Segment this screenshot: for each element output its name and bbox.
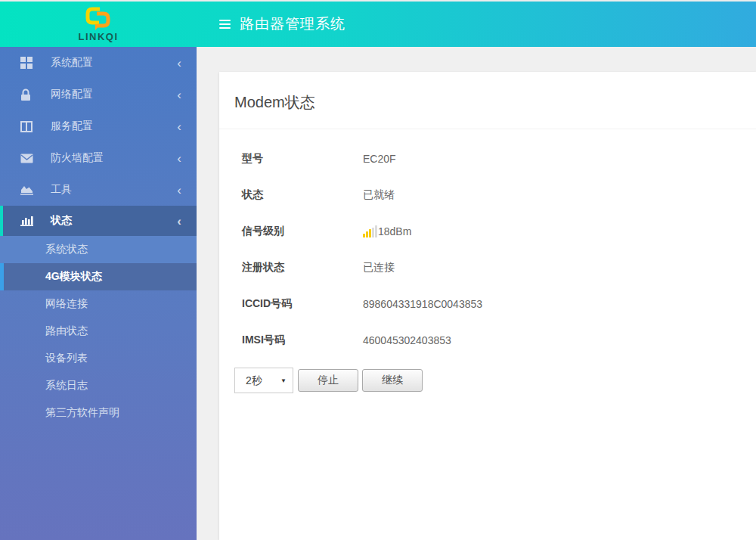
grid-icon: [20, 57, 36, 69]
app-header: LINKQI 路由器管理系统: [0, 0, 756, 47]
signal-value: 18dBm: [378, 225, 411, 237]
info-label: 注册状态: [242, 261, 363, 275]
sidebar-item-service-config[interactable]: 服务配置 ‹: [0, 110, 197, 142]
modem-status-card: Modem状态 型号 EC20F 状态 已就绪 信号级别 18dBm 注册状态 …: [219, 72, 756, 540]
sidebar-subitem-third-party-notice[interactable]: 第三方软件声明: [0, 399, 197, 427]
sidebar-subitem-system-log[interactable]: 系统日志: [0, 372, 197, 399]
envelope-icon: [20, 152, 36, 164]
card-title: Modem状态: [234, 94, 315, 110]
sidebar-item-label: 工具: [51, 183, 72, 197]
sidebar-subitem-label: 设备列表: [45, 352, 88, 365]
hamburger-menu-icon[interactable]: [219, 20, 231, 29]
refresh-controls: 2秒 ▼ 停止 继续: [234, 368, 733, 393]
logo: LINKQI: [0, 2, 197, 47]
info-label: 信号级别: [242, 225, 363, 238]
info-row-registration-status: 注册状态 已连接: [242, 250, 733, 286]
sidebar-subitem-label: 第三方软件声明: [45, 406, 119, 420]
sidebar-item-label: 防火墙配置: [51, 151, 104, 165]
sidebar-item-label: 系统配置: [51, 56, 93, 70]
lock-icon: [20, 88, 36, 101]
logo-text: LINKQI: [78, 31, 118, 42]
main-content: Modem状态 型号 EC20F 状态 已就绪 信号级别 18dBm 注册状态 …: [197, 47, 756, 540]
bar-chart-icon: [20, 215, 36, 227]
sidebar-item-network-config[interactable]: 网络配置 ‹: [0, 79, 197, 110]
sidebar-subitem-label: 网络连接: [45, 297, 88, 311]
signal-bars-icon: [363, 225, 377, 237]
info-value: 已就绪: [363, 188, 395, 202]
stop-button[interactable]: 停止: [298, 369, 358, 392]
info-label: IMSI号码: [242, 334, 363, 347]
continue-button[interactable]: 继续: [362, 369, 423, 392]
info-row-signal-level: 信号级别 18dBm: [242, 213, 733, 250]
header-bar: 路由器管理系统: [197, 2, 756, 47]
info-row-iccid: ICCID号码 898604331918C0043853: [242, 286, 733, 322]
info-value: 已连接: [363, 261, 395, 275]
info-row-imsi: IMSI号码 460045302403853: [242, 322, 733, 358]
chevron-left-icon: ‹: [177, 184, 181, 197]
card-body: 型号 EC20F 状态 已就绪 信号级别 18dBm 注册状态 已连接 ICCI…: [219, 129, 756, 393]
sidebar-subitem-label: 4G模块状态: [45, 270, 102, 284]
info-value: EC20F: [363, 153, 396, 165]
chevron-left-icon: ‹: [177, 215, 181, 228]
sidebar-subitem-device-list[interactable]: 设备列表: [0, 345, 197, 372]
sidebar-item-label: 网络配置: [51, 88, 93, 101]
chevron-left-icon: ‹: [177, 120, 181, 133]
chart-area-icon: [20, 184, 36, 196]
sidebar-item-firewall-config[interactable]: 防火墙配置 ‹: [0, 142, 197, 174]
info-row-model: 型号 EC20F: [242, 141, 733, 177]
interval-select-wrap: 2秒 ▼: [234, 368, 293, 393]
sidebar-subitem-network-connection[interactable]: 网络连接: [0, 290, 197, 318]
linkqi-logo-icon: [84, 6, 113, 30]
chevron-left-icon: ‹: [177, 88, 181, 101]
sidebar-subitem-4g-module-status[interactable]: 4G模块状态: [0, 263, 197, 290]
sidebar-item-tools[interactable]: 工具 ‹: [0, 174, 197, 206]
sidebar-item-status[interactable]: 状态 ‹: [0, 206, 197, 236]
card-header: Modem状态: [219, 72, 756, 129]
sidebar-subitem-route-status[interactable]: 路由状态: [0, 318, 197, 345]
info-value: 18dBm: [363, 225, 411, 237]
page-title: 路由器管理系统: [240, 14, 345, 34]
sidebar-item-label: 状态: [51, 214, 72, 228]
info-row-status: 状态 已就绪: [242, 177, 733, 213]
interval-select[interactable]: 2秒: [234, 368, 293, 393]
info-label: 型号: [242, 152, 363, 166]
sidebar: 系统配置 ‹ 网络配置 ‹ 服务配置 ‹ 防火墙配置: [0, 47, 197, 540]
sidebar-subitem-system-status[interactable]: 系统状态: [0, 236, 197, 263]
chevron-left-icon: ‹: [177, 152, 181, 165]
info-value: 460045302403853: [363, 334, 451, 346]
chevron-left-icon: ‹: [177, 57, 181, 70]
info-label: ICCID号码: [242, 297, 363, 311]
info-value: 898604331918C0043853: [363, 298, 482, 310]
sidebar-item-label: 服务配置: [51, 119, 93, 133]
columns-icon: [20, 120, 36, 132]
sidebar-item-system-config[interactable]: 系统配置 ‹: [0, 47, 197, 79]
info-label: 状态: [242, 188, 363, 202]
sidebar-subitem-label: 路由状态: [45, 324, 88, 338]
sidebar-subitem-label: 系统日志: [45, 379, 88, 393]
sidebar-subitem-label: 系统状态: [45, 243, 88, 256]
